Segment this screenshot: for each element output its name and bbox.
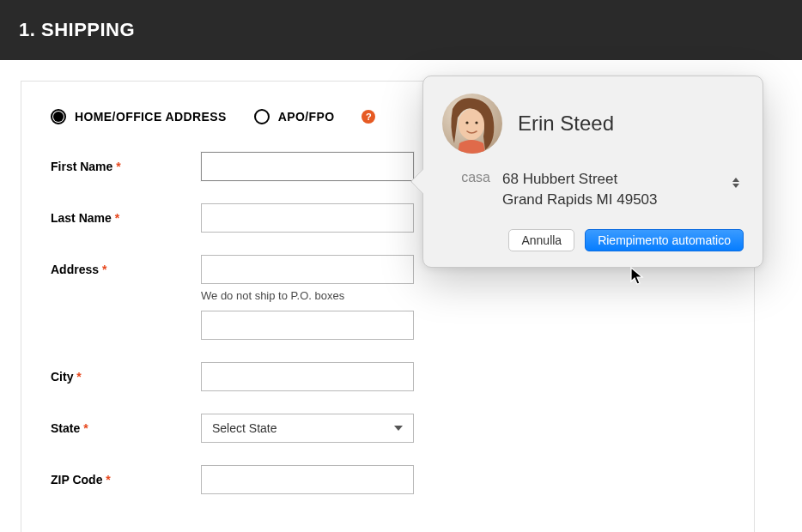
stepper-icon[interactable]: [732, 178, 740, 188]
address-type-label: casa: [442, 169, 490, 185]
city-input[interactable]: [201, 362, 414, 391]
radio-home-label: HOME/OFFICE ADDRESS: [75, 110, 227, 124]
row-zip: ZIP Code *: [51, 465, 725, 494]
step-header: 1. SHIPPING: [0, 0, 802, 60]
label-zip: ZIP Code *: [51, 473, 201, 487]
row-city: City *: [51, 362, 725, 391]
help-icon[interactable]: ?: [362, 110, 375, 124]
svg-point-2: [465, 121, 468, 124]
label-address: Address *: [51, 263, 201, 276]
radio-apo-label: APO/FPO: [278, 110, 335, 124]
radio-dot-icon: [254, 109, 270, 124]
chevron-down-icon: [732, 184, 739, 188]
label-state: State *: [51, 421, 201, 435]
popover-buttons: Annulla Riempimento automatico: [442, 229, 744, 251]
row-state: State * Select State: [51, 414, 725, 443]
chevron-up-icon: [732, 178, 739, 182]
address2-input[interactable]: [201, 311, 414, 340]
row-address2: [201, 311, 725, 340]
radio-apo-fpo[interactable]: APO/FPO: [254, 109, 335, 124]
label-last-name: Last Name *: [51, 211, 201, 225]
autofill-button[interactable]: Riempimento automatico: [585, 229, 744, 251]
contact-avatar: [442, 94, 502, 154]
address-line2: Grand Rapids MI 49503: [502, 190, 658, 210]
label-city: City *: [51, 370, 201, 384]
radio-home-office[interactable]: HOME/OFFICE ADDRESS: [51, 109, 227, 124]
address-line1: 68 Hubbert Street: [502, 169, 658, 190]
state-select[interactable]: Select State: [201, 414, 414, 443]
zip-input[interactable]: [201, 465, 414, 494]
cancel-button[interactable]: Annulla: [508, 229, 574, 251]
last-name-input[interactable]: [201, 203, 414, 233]
label-first-name: First Name *: [51, 160, 201, 173]
contact-name: Erin Steed: [518, 112, 614, 136]
address-lines: 68 Hubbert Street Grand Rapids MI 49503: [502, 169, 658, 210]
radio-dot-icon: [51, 109, 66, 124]
popover-header: Erin Steed: [442, 94, 744, 154]
svg-point-1: [459, 109, 484, 140]
address-hint: We do not ship to P.O. boxes: [201, 289, 725, 302]
chevron-down-icon: [394, 426, 403, 431]
svg-point-3: [475, 121, 477, 124]
address-block[interactable]: casa 68 Hubbert Street Grand Rapids MI 4…: [442, 169, 744, 210]
first-name-input[interactable]: [201, 152, 414, 181]
step-title: 1. SHIPPING: [19, 19, 135, 40]
state-selected-text: Select State: [212, 421, 277, 435]
address-input[interactable]: [201, 255, 414, 284]
autofill-popover: Erin Steed casa 68 Hubbert Street Grand …: [422, 76, 763, 268]
